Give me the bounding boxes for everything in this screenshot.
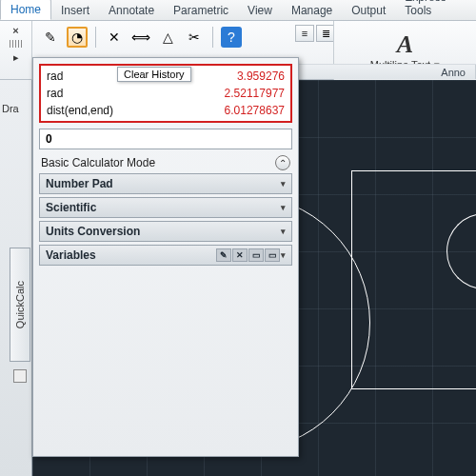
palette-options-icon[interactable] [13,369,27,383]
section-units-conversion[interactable]: Units Conversion ▾ [39,221,292,242]
section-label: Variables [46,248,96,262]
tab-parametric[interactable]: Parametric [164,1,238,20]
mode-row: Basic Calculator Mode ⌃ [41,155,290,170]
quickcalc-panel: Clear History rad 3.959276 rad 2.5211797… [32,57,299,457]
calc-input[interactable]: 0 [39,129,292,149]
chevron-down-icon: ▾ [281,179,286,188]
chevron-down-icon: ▾ [281,250,286,260]
help-icon[interactable]: ? [221,27,242,48]
rect-shape[interactable] [351,170,476,389]
clear-history-button[interactable]: ◔ [67,27,88,48]
quickcalc-tab[interactable]: QuickCalc [10,248,30,362]
section-variables[interactable]: Variables ✎ ✕ ▭ ▭ ▾ [39,245,292,266]
get-coords-icon[interactable]: ✕ [104,27,125,48]
history-expr: rad [47,69,63,83]
separator [95,27,96,48]
tab-manage[interactable]: Manage [282,1,342,20]
section-label: Number Pad [46,177,113,190]
tab-home[interactable]: Home [0,0,51,20]
var-delete-icon[interactable]: ✕ [232,248,248,262]
variable-tools: ✎ ✕ ▭ ▭ ▾ [216,248,286,262]
pencil-icon[interactable]: ✎ [40,27,61,48]
section-number-pad[interactable]: Number Pad ▾ [39,173,292,194]
close-icon[interactable]: × [12,25,18,36]
mode-label: Basic Calculator Mode [41,156,155,169]
tooltip: Clear History [117,67,191,82]
history-row[interactable]: rad 2.52117977 [47,87,285,100]
panel-label-anno[interactable]: Anno [295,65,476,79]
quickcalc-tab-label: QuickCalc [14,281,26,328]
collapse-mode-button[interactable]: ⌃ [275,155,290,170]
var-edit-icon[interactable]: ▭ [248,248,264,262]
justify-icon[interactable]: ≣ [316,25,335,42]
tab-view[interactable]: View [238,1,282,20]
panel-label-draw: Dra [2,103,19,114]
chevron-down-icon: ▾ [281,227,286,236]
var-send-icon[interactable]: ▭ [265,248,280,262]
grip-icon[interactable] [10,40,23,48]
distance-icon[interactable]: ⟺ [130,27,151,48]
section-scientific[interactable]: Scientific ▾ [39,197,292,218]
tab-express-tools[interactable]: Express Tools [395,0,476,20]
section-label: Units Conversion [46,225,140,238]
ribbon-tabs: Home Insert Annotate Parametric View Man… [0,0,476,21]
var-new-icon[interactable]: ✎ [216,248,231,262]
history-expr: dist(end,end) [47,104,113,117]
separator [212,27,213,48]
tab-insert[interactable]: Insert [51,1,99,20]
justify-icon[interactable]: ≡ [295,25,314,42]
collapse-icon[interactable]: ▸ [13,51,19,64]
intersect-icon[interactable]: ✂ [184,27,205,48]
history-row[interactable]: dist(end,end) 6.01278637 [47,104,285,117]
section-label: Scientific [46,201,96,214]
multiline-text-icon: A [397,30,413,59]
history-result: 3.959276 [237,69,285,83]
panel-handle[interactable]: × ▸ [0,21,32,79]
angle-icon[interactable]: △ [157,27,178,48]
tab-annotate[interactable]: Annotate [99,1,164,20]
chevron-down-icon: ▾ [281,203,286,212]
history-expr: rad [47,87,63,100]
history-result: 2.52117977 [225,87,285,100]
history-area: Clear History rad 3.959276 rad 2.5211797… [39,64,292,123]
tab-output[interactable]: Output [342,1,395,20]
history-result: 6.01278637 [225,104,285,117]
